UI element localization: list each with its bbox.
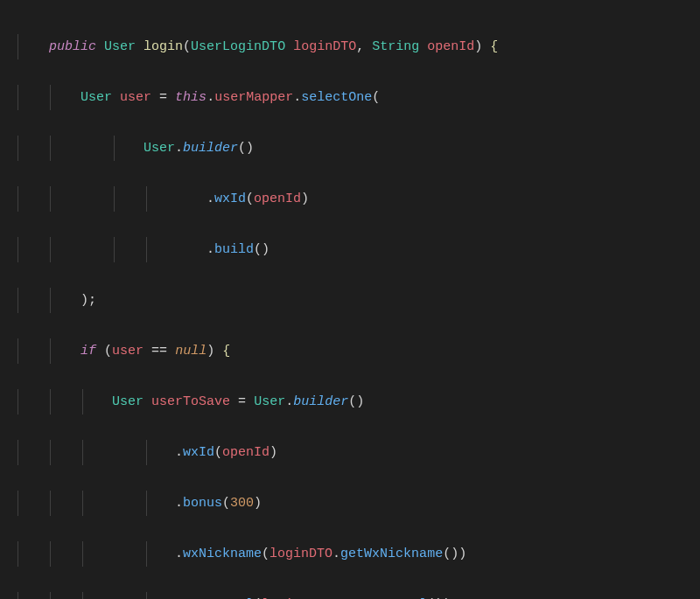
code-line: .wxId(openId) (18, 440, 700, 465)
code-editor[interactable]: public User login(UserLoginDTO loginDTO,… (0, 0, 700, 599)
keyword-public: public (49, 39, 96, 54)
code-line: .avatarUrl(loginDTO.getAvatarUrl()) (18, 592, 700, 599)
code-line: ); (18, 288, 700, 313)
code-line: .build() (18, 237, 700, 262)
code-line: User user = this.userMapper.selectOne( (18, 85, 700, 110)
code-line: User.builder() (18, 136, 700, 161)
code-line: .wxId(openId) (18, 186, 700, 212)
code-line: User userToSave = User.builder() (18, 389, 700, 414)
code-line: .bonus(300) (18, 491, 700, 516)
code-line: if (user == null) { (18, 338, 700, 364)
code-line: .wxNickname(loginDTO.getWxNickname()) (18, 541, 700, 567)
method-name: login (144, 39, 183, 54)
return-type: User (104, 39, 136, 54)
code-line: public User login(UserLoginDTO loginDTO,… (18, 34, 700, 59)
